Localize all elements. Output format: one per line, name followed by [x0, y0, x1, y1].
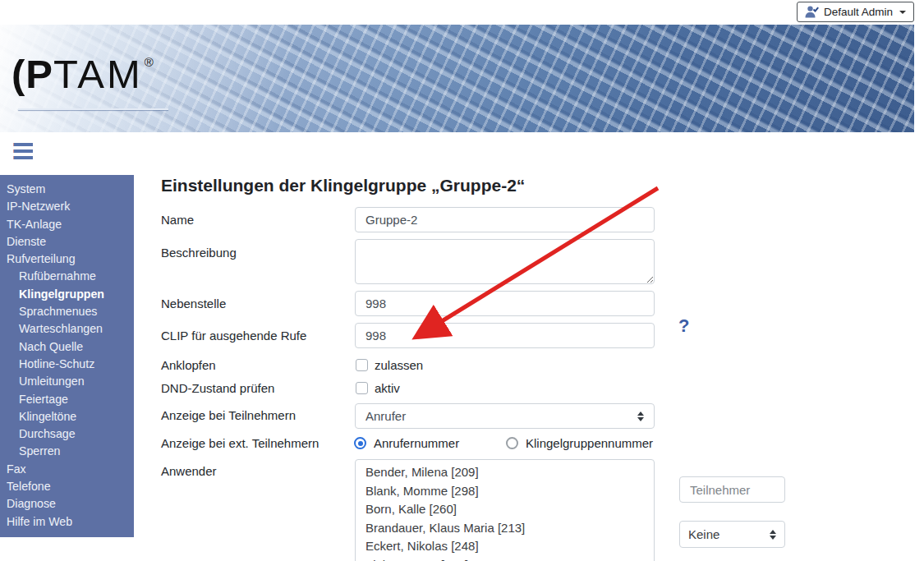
sidebar-item-fax[interactable]: Fax — [0, 461, 134, 478]
filter-select-value: Keine — [688, 527, 719, 541]
banner-image: (PTAM® — [0, 25, 914, 132]
iptam-logo: (PTAM® — [11, 51, 154, 97]
sidebar-item-tk-anlage[interactable]: TK-Anlage — [0, 216, 134, 233]
list-item[interactable]: Finke, Maura [227] — [356, 556, 654, 561]
anrufernummer-radio-label[interactable]: Anrufernummer — [374, 436, 459, 450]
anzeige-select-value: Anrufer — [365, 409, 406, 423]
filter-select[interactable]: Keine — [679, 521, 785, 548]
menu-toggle-button[interactable] — [13, 143, 33, 163]
sidebar-item-sprachmenues[interactable]: Sprachmenues — [0, 303, 134, 320]
list-item[interactable]: Born, Kalle [260] — [356, 500, 654, 519]
sidebar-item-klingeltoene[interactable]: Klingeltöne — [0, 408, 134, 425]
admin-button-label: Default Admin — [824, 6, 893, 18]
list-item[interactable]: Eckert, Nikolas [248] — [356, 537, 654, 556]
nebenstelle-label: Nebenstelle — [161, 297, 226, 310]
sidebar-item-warteschlangen[interactable]: Warteschlangen — [0, 320, 134, 338]
list-item[interactable]: Bender, Milena [209] — [356, 463, 654, 482]
hamburger-bar — [13, 149, 33, 153]
beschreibung-label: Beschreibung — [161, 246, 237, 260]
logo-heavy-text: (P — [11, 52, 53, 96]
sidebar-item-dienste[interactable]: Dienste — [0, 233, 134, 251]
anzeige-select[interactable]: Anrufer — [355, 403, 655, 429]
anwender-listbox: Bender, Milena [209] Blank, Momme [298] … — [355, 459, 655, 561]
sidebar-nav: System IP-Netzwerk TK-Anlage Dienste Ruf… — [0, 175, 134, 537]
sidebar-item-rufverteilung[interactable]: Rufverteilung — [0, 251, 134, 268]
anklopfen-label: Anklopfen — [161, 358, 216, 372]
anzeige-label: Anzeige bei Teilnehmern — [161, 408, 296, 422]
klingelgruppennummer-radio[interactable] — [506, 437, 518, 449]
help-icon[interactable]: ? — [678, 315, 689, 337]
select-arrows-icon — [770, 530, 776, 540]
user-check-icon — [805, 6, 819, 18]
sidebar-item-system[interactable]: System — [0, 181, 134, 198]
dnd-checkbox[interactable] — [356, 382, 368, 394]
sidebar-item-diagnose[interactable]: Diagnose — [0, 495, 134, 513]
sidebar-item-klingelgruppen[interactable]: Klingelgruppen — [0, 286, 134, 303]
name-input[interactable] — [355, 207, 655, 232]
logo-underline — [18, 108, 168, 110]
list-item[interactable]: Brandauer, Klaus Maria [213] — [356, 519, 654, 538]
sidebar-item-telefone[interactable]: Telefone — [0, 478, 134, 495]
sidebar-item-hotline-schutz[interactable]: Hotline-Schutz — [0, 356, 134, 373]
list-item[interactable]: Blank, Momme [298] — [356, 482, 654, 501]
klingelgruppennummer-radio-label[interactable]: Klingelgruppennummer — [526, 436, 653, 450]
select-arrows-icon — [637, 412, 644, 421]
logo-light-text: TAM — [53, 52, 143, 96]
registered-mark: ® — [145, 55, 154, 69]
anrufernummer-radio[interactable] — [354, 437, 366, 449]
sidebar-item-rufuebernahme[interactable]: Rufübernahme — [0, 268, 134, 285]
anklopfen-option-label: zulassen — [375, 358, 423, 372]
teilnehmer-input[interactable] — [679, 476, 785, 503]
dnd-label: DND-Zustand prüfen — [161, 381, 274, 395]
sidebar-item-hilfe-im-web[interactable]: Hilfe im Web — [0, 513, 134, 531]
sidebar-item-feiertage[interactable]: Feiertage — [0, 391, 134, 408]
nebenstelle-input[interactable] — [355, 291, 655, 316]
caret-down-icon — [899, 11, 906, 14]
anzeige-ext-label: Anzeige bei ext. Teilnehmern — [161, 436, 319, 450]
hamburger-bar — [13, 156, 33, 159]
sidebar-item-durchsage[interactable]: Durchsage — [0, 425, 134, 443]
name-label: Name — [161, 213, 194, 227]
admin-menu-button[interactable]: Default Admin — [797, 2, 914, 22]
page: Default Admin (PTAM® System IP-Netzwerk … — [0, 0, 924, 561]
sidebar-item-ip-netzwerk[interactable]: IP-Netzwerk — [0, 198, 134, 215]
clip-label: CLIP für ausgehende Rufe — [161, 329, 306, 343]
sidebar-item-umleitungen[interactable]: Umleitungen — [0, 373, 134, 390]
sidebar-item-sperren[interactable]: Sperren — [0, 443, 134, 460]
page-title: Einstellungen der Klingelgruppe „Gruppe-… — [161, 176, 525, 195]
anklopfen-checkbox[interactable] — [356, 359, 368, 371]
hamburger-bar — [13, 143, 33, 146]
beschreibung-textarea[interactable] — [355, 239, 655, 284]
sidebar-item-nach-quelle[interactable]: Nach Quelle — [0, 338, 134, 356]
anwender-label: Anwender — [161, 464, 217, 478]
dnd-option-label: aktiv — [375, 381, 400, 395]
clip-input[interactable] — [355, 323, 655, 348]
